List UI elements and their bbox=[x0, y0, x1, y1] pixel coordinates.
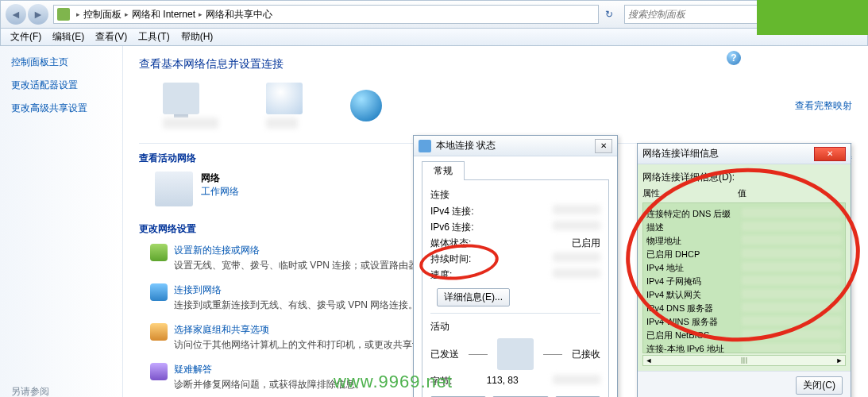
received-label: 已接收 bbox=[572, 348, 600, 361]
prop-value-blurred bbox=[742, 208, 842, 218]
crumb-item[interactable]: 网络和 Internet bbox=[132, 8, 195, 21]
task-troubleshoot-link[interactable]: 疑难解答 bbox=[174, 364, 212, 375]
external-green-bg bbox=[757, 0, 868, 35]
network-category-icon bbox=[155, 172, 193, 206]
sidebar-sharing-settings[interactable]: 更改高级共享设置 bbox=[11, 102, 122, 115]
task-desc: 连接到或重新连接到无线、有线、拨号或 VPN 网络连接。 bbox=[174, 299, 418, 312]
troubleshoot-icon bbox=[150, 363, 168, 380]
row-value-blurred bbox=[553, 252, 600, 262]
menu-view[interactable]: 查看(V) bbox=[91, 29, 132, 45]
crumb-item[interactable]: 网络和共享中心 bbox=[206, 8, 272, 21]
prop-value-blurred bbox=[742, 262, 842, 272]
chevron-right-icon: ▸ bbox=[76, 10, 80, 18]
prop-value-blurred bbox=[742, 249, 842, 258]
details-grid[interactable]: 连接特定的 DNS 后缀 描述 物理地址 已启用 DHCP IPv4 地址 IP… bbox=[642, 202, 846, 353]
dialog-title: 网络连接详细信息 bbox=[642, 147, 719, 160]
prop-value-blurred bbox=[742, 276, 842, 285]
task-desc: 访问位于其他网络计算机上的文件和打印机，或更改共享设置。 bbox=[174, 338, 441, 352]
bytes-sent-value: 113, 83 bbox=[487, 375, 519, 388]
breadcrumb[interactable]: ▸ 控制面板 ▸ 网络和 Internet ▸ 网络和共享中心 bbox=[53, 5, 599, 24]
prop-value-blurred bbox=[742, 303, 842, 312]
nav-back-button[interactable]: ◄ bbox=[6, 4, 26, 25]
row-label: 媒体状态: bbox=[430, 237, 471, 250]
chevron-right-icon: ▸ bbox=[125, 10, 129, 18]
address-bar: ◄ ► ▸ 控制面板 ▸ 网络和 Internet ▸ 网络和共享中心 ↻ bbox=[0, 0, 868, 29]
control-panel-icon bbox=[57, 8, 70, 21]
dialog-titlebar[interactable]: 本地连接 状态 ✕ bbox=[414, 136, 617, 156]
sidebar-adapter-settings[interactable]: 更改适配器设置 bbox=[11, 79, 122, 92]
crumb-item[interactable]: 控制面板 bbox=[83, 8, 122, 21]
prop-value-blurred bbox=[742, 222, 842, 231]
prop-value-blurred bbox=[742, 330, 842, 339]
prop-name: 描述 bbox=[646, 222, 742, 233]
task-connect-network-link[interactable]: 连接到网络 bbox=[174, 284, 222, 295]
refresh-button[interactable]: ↻ bbox=[599, 5, 619, 24]
page-title: 查看基本网络信息并设置连接 bbox=[139, 57, 852, 71]
sidebar-also-label: 另请参阅 bbox=[11, 385, 122, 397]
dash-icon: —— bbox=[543, 349, 562, 360]
prop-name: 连接-本地 IPv6 地址 bbox=[646, 343, 742, 353]
prop-value-blurred bbox=[742, 343, 842, 353]
setup-connection-icon bbox=[150, 244, 168, 261]
tab-panel: 连接 IPv4 连接: IPv6 连接: 媒体状态:已启用 持续时间: 速度: … bbox=[422, 179, 609, 397]
row-value-blurred bbox=[553, 221, 600, 230]
task-setup-connection-link[interactable]: 设置新的连接或网络 bbox=[174, 245, 260, 256]
computer-name-blurred bbox=[163, 118, 218, 129]
prop-name: IPv4 WINS 服务器 bbox=[646, 316, 742, 328]
scroll-left-icon[interactable]: ◄ bbox=[643, 357, 654, 364]
menu-help[interactable]: 帮助(H) bbox=[176, 29, 218, 45]
menu-bar: 文件(F) 编辑(E) 查看(V) 工具(T) 帮助(H) bbox=[0, 29, 868, 46]
tab-general[interactable]: 常规 bbox=[422, 161, 465, 180]
sidebar-home[interactable]: 控制面板主页 bbox=[11, 56, 122, 69]
close-dialog-button[interactable]: 关闭(C) bbox=[796, 376, 843, 395]
prop-name: 已启用 NetBIOS ... bbox=[646, 330, 742, 341]
prop-name: 物理地址 bbox=[646, 235, 742, 247]
horizontal-scrollbar[interactable]: ◄ III ► bbox=[642, 355, 846, 366]
row-value-blurred bbox=[553, 205, 600, 214]
network-icon bbox=[266, 83, 303, 114]
activity-header: 活动 bbox=[430, 320, 600, 333]
row-value: 已启用 bbox=[572, 237, 600, 250]
prop-name: IPv4 DNS 服务器 bbox=[646, 303, 742, 314]
dash-icon: —— bbox=[469, 349, 488, 360]
sent-label: 已发送 bbox=[430, 348, 459, 361]
prop-name: 已启用 DHCP bbox=[646, 249, 742, 260]
sidebar: 控制面板主页 更改适配器设置 更改高级共享设置 另请参阅 Internet 选项… bbox=[0, 46, 123, 397]
computer-icon bbox=[163, 83, 199, 114]
close-button[interactable]: ✕ bbox=[595, 139, 612, 153]
col-value: 值 bbox=[738, 187, 746, 199]
scroll-right-icon[interactable]: ► bbox=[834, 357, 845, 364]
connection-icon bbox=[419, 140, 431, 152]
internet-icon bbox=[350, 90, 382, 121]
prop-name: IPv4 子网掩码 bbox=[646, 276, 742, 287]
connect-network-icon bbox=[150, 283, 168, 301]
task-homegroup-link[interactable]: 选择家庭组和共享选项 bbox=[174, 324, 269, 335]
row-label: IPv4 连接: bbox=[430, 205, 474, 218]
view-full-map-link[interactable]: 查看完整映射 bbox=[795, 99, 852, 113]
menu-edit[interactable]: 编辑(E) bbox=[48, 29, 89, 45]
col-property: 属性 bbox=[642, 187, 738, 199]
prop-name: IPv4 地址 bbox=[646, 262, 742, 274]
network-name-blurred bbox=[266, 118, 298, 129]
dialog-title: 本地连接 状态 bbox=[436, 139, 496, 152]
nav-forward-button[interactable]: ► bbox=[28, 4, 48, 25]
activity-icon bbox=[497, 338, 534, 370]
row-label: IPv6 连接: bbox=[430, 221, 474, 234]
network-map: 查看完整映射 bbox=[163, 83, 852, 129]
prop-value-blurred bbox=[742, 235, 842, 245]
row-label: 持续时间: bbox=[430, 252, 471, 266]
connection-details-dialog: 网络连接详细信息 ✕ 网络连接详细信息(D): 属性 值 连接特定的 DNS 后… bbox=[637, 143, 851, 397]
dialog-titlebar[interactable]: 网络连接详细信息 ✕ bbox=[638, 144, 851, 164]
menu-tools[interactable]: 工具(T) bbox=[133, 29, 174, 45]
prop-name: IPv4 默认网关 bbox=[646, 289, 742, 301]
close-button[interactable]: ✕ bbox=[814, 147, 846, 161]
watermark: www.9969.net bbox=[334, 372, 453, 392]
connection-status-dialog: 本地连接 状态 ✕ 常规 连接 IPv4 连接: IPv6 连接: 媒体状态:已… bbox=[413, 135, 618, 397]
connection-header: 连接 bbox=[430, 188, 600, 202]
prop-value-blurred bbox=[742, 316, 842, 326]
prop-value-blurred bbox=[742, 289, 842, 299]
row-label: 速度: bbox=[430, 268, 452, 282]
bytes-recv-blurred bbox=[553, 375, 600, 384]
menu-file[interactable]: 文件(F) bbox=[6, 29, 46, 45]
details-button[interactable]: 详细信息(E)... bbox=[437, 288, 510, 306]
